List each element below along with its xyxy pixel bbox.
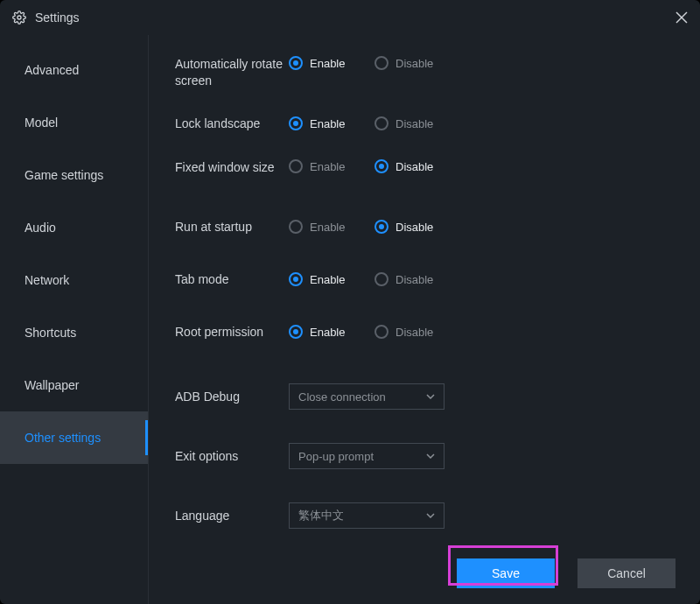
sidebar-item-advanced[interactable]: Advanced [0, 44, 148, 96]
setting-label: Root permission [175, 324, 289, 341]
radio-label: Disable [396, 57, 433, 70]
radio-icon [289, 56, 303, 70]
close-icon[interactable] [676, 11, 688, 24]
setting-row-rotate: Automatically rotate screen Enable Disab… [175, 53, 674, 103]
sidebar-item-game-settings[interactable]: Game settings [0, 149, 148, 201]
sidebar-item-model[interactable]: Model [0, 96, 148, 149]
setting-row-tabmode: Tab mode Enable Disable [175, 259, 674, 299]
radio-label: Disable [396, 221, 433, 234]
radio-label: Enable [310, 273, 345, 286]
setting-row-adb: ADB Debug Close connection [175, 376, 674, 417]
setting-label: Fixed window size [175, 159, 289, 176]
setting-label: ADB Debug [175, 389, 289, 405]
select-value: Close connection [298, 390, 386, 404]
setting-label: Exit options [175, 448, 289, 465]
radio-icon [289, 220, 303, 234]
radio-label: Enable [310, 160, 345, 173]
gear-icon [12, 11, 26, 25]
radio-rotate-disable[interactable]: Disable [374, 56, 452, 70]
radio-label: Disable [396, 160, 433, 173]
radio-icon [374, 220, 388, 234]
radio-icon [289, 116, 303, 130]
setting-label: Automatically rotate screen [175, 56, 289, 89]
radio-label: Disable [396, 326, 433, 339]
sidebar: Advanced Model Game settings Audio Netwo… [0, 35, 149, 604]
setting-row-language: Language 繁体中文 [175, 495, 674, 536]
setting-label: Language [175, 508, 289, 524]
button-label: Cancel [607, 566, 646, 580]
radio-icon [374, 272, 388, 286]
radio-fixedsize-disable[interactable]: Disable [374, 159, 452, 173]
setting-label: Tab mode [175, 271, 289, 288]
radio-icon [374, 325, 388, 339]
radio-label: Disable [396, 117, 433, 130]
chevron-down-icon [426, 394, 435, 399]
sidebar-item-other-settings[interactable]: Other settings [0, 411, 148, 464]
setting-row-root: Root permission Enable Disable [175, 312, 674, 352]
radio-icon [374, 159, 388, 173]
chevron-down-icon [426, 453, 435, 459]
radio-startup-disable[interactable]: Disable [374, 220, 452, 234]
chevron-down-icon [426, 513, 435, 518]
radio-icon [289, 325, 303, 339]
sidebar-item-label: Game settings [24, 168, 103, 182]
radio-label: Disable [396, 273, 433, 286]
setting-label: Lock landscape [175, 116, 289, 132]
setting-row-startup: Run at startup Enable Disable [175, 207, 674, 247]
radio-lock-enable[interactable]: Enable [289, 116, 366, 130]
sidebar-item-label: Network [24, 273, 69, 287]
sidebar-item-audio[interactable]: Audio [0, 201, 148, 254]
radio-label: Enable [310, 57, 345, 70]
select-value: Pop-up prompt [298, 450, 374, 463]
radio-icon [374, 56, 388, 70]
sidebar-item-network[interactable]: Network [0, 254, 148, 306]
settings-window: Settings Advanced Model Game settings Au… [0, 0, 700, 604]
titlebar: Settings [0, 0, 700, 35]
select-language[interactable]: 繁体中文 [289, 502, 444, 529]
radio-startup-enable[interactable]: Enable [289, 220, 366, 234]
radio-label: Enable [310, 221, 345, 234]
select-exit[interactable]: Pop-up prompt [289, 443, 444, 469]
sidebar-item-wallpaper[interactable]: Wallpaper [0, 359, 148, 411]
save-button[interactable]: Save [457, 558, 555, 588]
radio-icon [289, 272, 303, 286]
sidebar-item-label: Wallpaper [24, 378, 80, 392]
radio-icon [374, 116, 388, 130]
sidebar-item-label: Other settings [24, 431, 101, 445]
radio-root-disable[interactable]: Disable [374, 325, 452, 339]
sidebar-item-label: Advanced [24, 63, 79, 77]
radio-rotate-enable[interactable]: Enable [289, 56, 366, 70]
select-adb[interactable]: Close connection [289, 383, 444, 410]
cancel-button[interactable]: Cancel [578, 558, 676, 588]
radio-label: Enable [310, 117, 345, 130]
setting-row-fixedsize: Fixed window size Enable Disable [175, 156, 674, 207]
radio-icon [289, 159, 303, 173]
setting-label: Run at startup [175, 219, 289, 235]
settings-content: Automatically rotate screen Enable Disab… [149, 35, 700, 543]
radio-fixedsize-enable[interactable]: Enable [289, 159, 366, 173]
button-label: Save [492, 566, 520, 580]
radio-tabmode-enable[interactable]: Enable [289, 272, 366, 286]
radio-root-enable[interactable]: Enable [289, 325, 366, 339]
sidebar-item-label: Model [24, 116, 58, 130]
setting-row-lock: Lock landscape Enable Disable [175, 103, 674, 144]
sidebar-item-label: Audio [24, 221, 56, 235]
select-value: 繁体中文 [298, 508, 344, 523]
sidebar-item-label: Shortcuts [24, 326, 76, 340]
window-title: Settings [35, 11, 676, 25]
radio-lock-disable[interactable]: Disable [374, 116, 452, 130]
sidebar-item-shortcuts[interactable]: Shortcuts [0, 306, 148, 359]
setting-row-exit: Exit options Pop-up prompt [175, 436, 674, 476]
radio-tabmode-disable[interactable]: Disable [374, 272, 452, 286]
footer: Save Cancel [149, 543, 700, 604]
svg-point-0 [18, 16, 21, 19]
radio-label: Enable [310, 326, 345, 339]
